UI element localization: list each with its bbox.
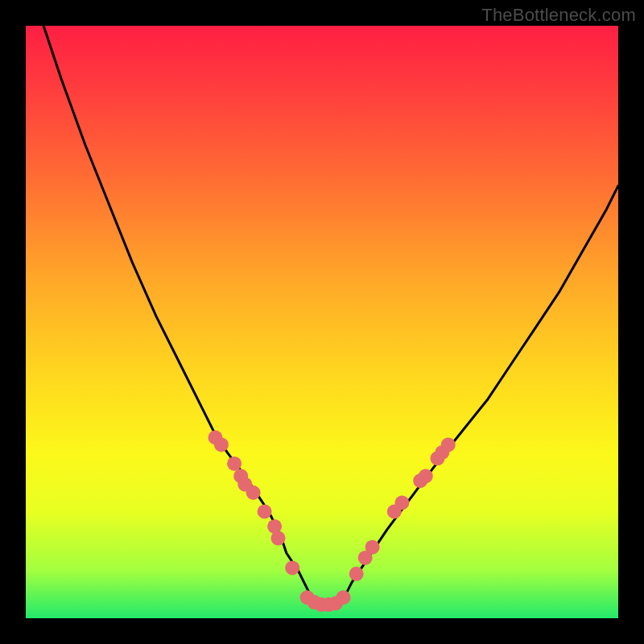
marker-dot: [271, 531, 286, 546]
marker-dot: [349, 567, 364, 581]
curve-path: [43, 26, 618, 606]
marker-dot: [394, 496, 409, 510]
chart-plot-area: [26, 26, 618, 618]
chart-curve: [43, 26, 618, 606]
marker-dot: [246, 485, 261, 500]
marker-dot: [258, 505, 272, 519]
marker-dot: [365, 540, 380, 555]
marker-dot: [419, 469, 433, 483]
chart-markers: [208, 431, 456, 613]
chart-svg: [26, 26, 618, 618]
marker-dot: [227, 456, 242, 471]
marker-dot: [336, 590, 351, 605]
watermark-text: TheBottleneck.com: [481, 5, 636, 26]
marker-dot: [214, 437, 229, 452]
chart-frame: TheBottleneck.com: [0, 0, 644, 644]
marker-dot: [441, 437, 456, 452]
marker-dot: [285, 560, 299, 575]
